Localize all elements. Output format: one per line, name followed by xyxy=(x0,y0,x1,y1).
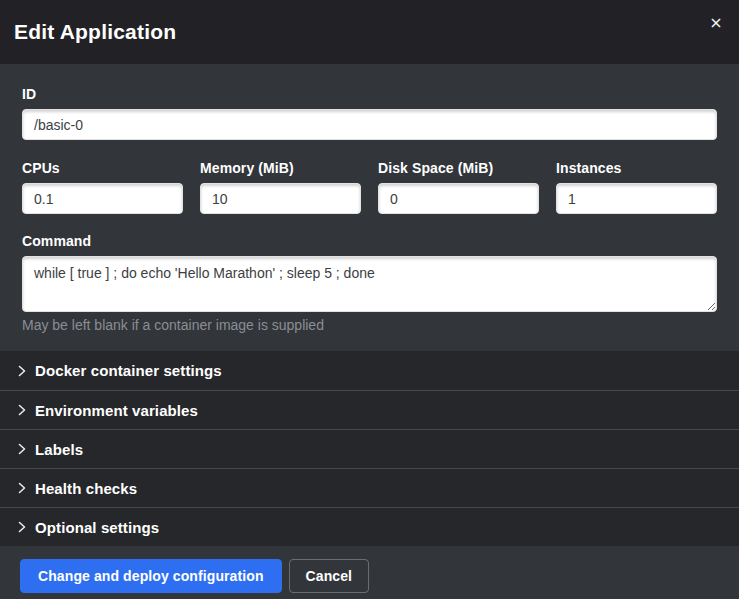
section-docker-container-settings[interactable]: Docker container settings xyxy=(0,351,739,390)
chevron-right-icon xyxy=(18,404,26,416)
cpus-field-group: CPUs xyxy=(22,160,183,214)
cancel-button[interactable]: Cancel xyxy=(289,559,370,593)
modal-footer: Change and deploy configuration Cancel xyxy=(0,546,739,599)
close-icon[interactable]: × xyxy=(705,12,727,34)
section-environment-variables[interactable]: Environment variables xyxy=(0,390,739,429)
section-optional-settings[interactable]: Optional settings xyxy=(0,507,739,546)
disk-field-group: Disk Space (MiB) xyxy=(378,160,539,214)
modal-title: Edit Application xyxy=(14,20,176,44)
section-label: Optional settings xyxy=(35,519,159,536)
chevron-right-icon xyxy=(18,365,26,377)
memory-field-group: Memory (MiB) xyxy=(200,160,361,214)
section-label: Docker container settings xyxy=(35,362,222,379)
accordion: Docker container settings Environment va… xyxy=(0,351,739,546)
section-label: Health checks xyxy=(35,480,137,497)
cpus-input[interactable] xyxy=(22,183,183,214)
instances-input[interactable] xyxy=(556,183,717,214)
section-labels[interactable]: Labels xyxy=(0,429,739,468)
instances-field-group: Instances xyxy=(556,160,717,214)
chevron-right-icon xyxy=(18,482,26,494)
modal-header: Edit Application × xyxy=(0,0,739,64)
chevron-right-icon xyxy=(18,443,26,455)
memory-input[interactable] xyxy=(200,183,361,214)
section-health-checks[interactable]: Health checks xyxy=(0,468,739,507)
id-label: ID xyxy=(22,86,717,102)
instances-label: Instances xyxy=(556,160,717,176)
command-label: Command xyxy=(22,233,717,249)
edit-application-modal: Edit Application × ID CPUs Memory (MiB) … xyxy=(0,0,739,599)
command-field-group: Command while [ true ] ; do echo 'Hello … xyxy=(22,233,717,333)
disk-input[interactable] xyxy=(378,183,539,214)
command-textarea[interactable]: while [ true ] ; do echo 'Hello Marathon… xyxy=(22,256,717,312)
chevron-right-icon xyxy=(18,521,26,533)
section-label: Environment variables xyxy=(35,402,198,419)
cpus-label: CPUs xyxy=(22,160,183,176)
modal-form: ID CPUs Memory (MiB) Disk Space (MiB) In… xyxy=(0,64,739,351)
command-help-text: May be left blank if a container image i… xyxy=(22,317,717,333)
disk-label: Disk Space (MiB) xyxy=(378,160,539,176)
memory-label: Memory (MiB) xyxy=(200,160,361,176)
id-input[interactable] xyxy=(22,109,717,140)
section-label: Labels xyxy=(35,441,83,458)
id-field-group: ID xyxy=(22,86,717,140)
change-and-deploy-button[interactable]: Change and deploy configuration xyxy=(20,559,282,593)
resources-row: CPUs Memory (MiB) Disk Space (MiB) Insta… xyxy=(22,160,717,214)
